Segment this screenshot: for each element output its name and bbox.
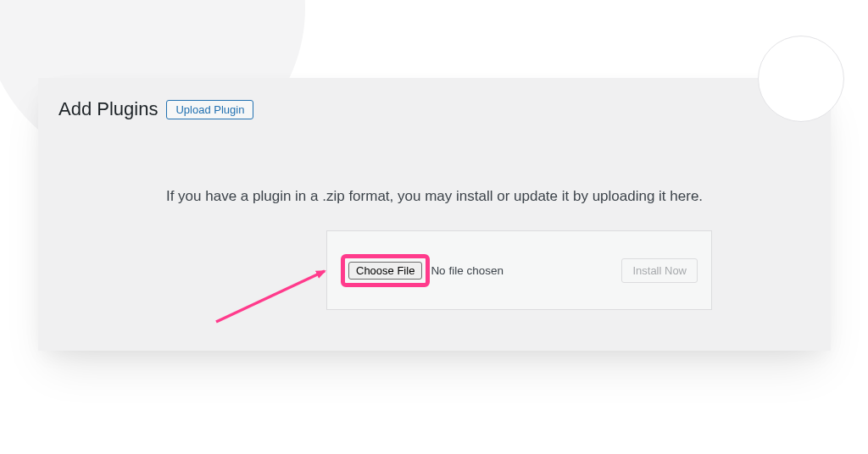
add-plugins-panel: Add Plugins Upload Plugin If you have a … (38, 78, 831, 351)
annotation-arrow-icon (208, 256, 343, 332)
upload-form: Choose File No file chosen Install Now (326, 230, 712, 310)
upload-instruction-text: If you have a plugin in a .zip format, y… (38, 188, 831, 205)
file-input-group: Choose File No file chosen (341, 254, 504, 287)
panel-header: Add Plugins Upload Plugin (58, 98, 253, 120)
file-status-text: No file chosen (431, 264, 504, 277)
decorative-circle-small (758, 36, 844, 122)
install-now-button[interactable]: Install Now (621, 258, 698, 283)
choose-file-button[interactable]: Choose File (348, 262, 422, 280)
upload-plugin-toggle-button[interactable]: Upload Plugin (166, 100, 253, 119)
svg-line-1 (216, 271, 325, 322)
choose-file-highlight: Choose File (341, 254, 430, 287)
page-title: Add Plugins (58, 98, 158, 120)
